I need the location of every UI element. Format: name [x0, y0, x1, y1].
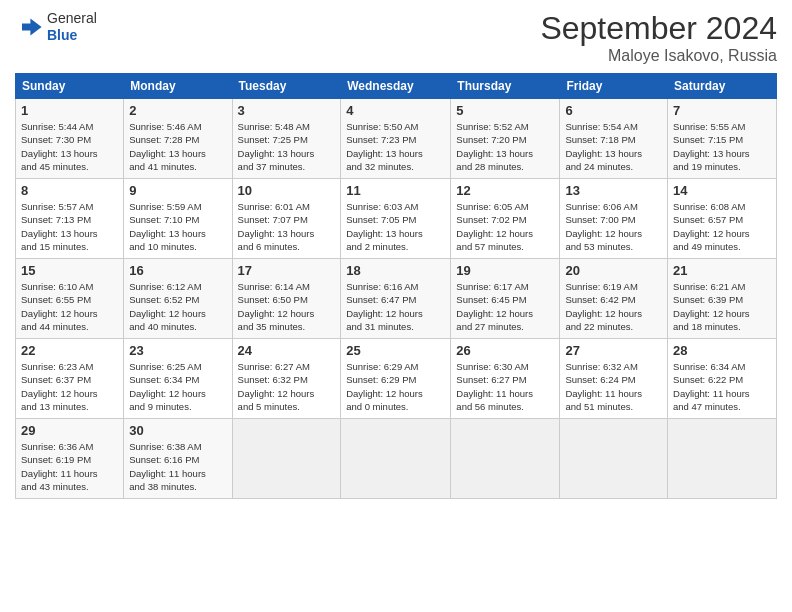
day-number: 2: [129, 103, 226, 118]
calendar-cell: [451, 419, 560, 499]
calendar-cell: 16Sunrise: 6:12 AM Sunset: 6:52 PM Dayli…: [124, 259, 232, 339]
header: General Blue September 2024 Maloye Isako…: [15, 10, 777, 65]
calendar-cell: 7Sunrise: 5:55 AM Sunset: 7:15 PM Daylig…: [668, 99, 777, 179]
day-number: 23: [129, 343, 226, 358]
calendar-cell: [668, 419, 777, 499]
calendar-week-4: 22Sunrise: 6:23 AM Sunset: 6:37 PM Dayli…: [16, 339, 777, 419]
day-number: 13: [565, 183, 662, 198]
logo-text: General Blue: [47, 10, 97, 44]
col-friday: Friday: [560, 74, 668, 99]
day-info: Sunrise: 6:14 AM Sunset: 6:50 PM Dayligh…: [238, 280, 336, 333]
calendar-cell: 25Sunrise: 6:29 AM Sunset: 6:29 PM Dayli…: [341, 339, 451, 419]
day-number: 4: [346, 103, 445, 118]
calendar-cell: 15Sunrise: 6:10 AM Sunset: 6:55 PM Dayli…: [16, 259, 124, 339]
calendar-cell: 10Sunrise: 6:01 AM Sunset: 7:07 PM Dayli…: [232, 179, 341, 259]
header-row: Sunday Monday Tuesday Wednesday Thursday…: [16, 74, 777, 99]
day-number: 8: [21, 183, 118, 198]
day-number: 24: [238, 343, 336, 358]
calendar-cell: 13Sunrise: 6:06 AM Sunset: 7:00 PM Dayli…: [560, 179, 668, 259]
day-info: Sunrise: 5:54 AM Sunset: 7:18 PM Dayligh…: [565, 120, 662, 173]
day-info: Sunrise: 6:38 AM Sunset: 6:16 PM Dayligh…: [129, 440, 226, 493]
day-info: Sunrise: 6:17 AM Sunset: 6:45 PM Dayligh…: [456, 280, 554, 333]
calendar-cell: 8Sunrise: 5:57 AM Sunset: 7:13 PM Daylig…: [16, 179, 124, 259]
location-title: Maloye Isakovo, Russia: [540, 47, 777, 65]
calendar-cell: 11Sunrise: 6:03 AM Sunset: 7:05 PM Dayli…: [341, 179, 451, 259]
day-number: 7: [673, 103, 771, 118]
calendar-cell: 4Sunrise: 5:50 AM Sunset: 7:23 PM Daylig…: [341, 99, 451, 179]
col-thursday: Thursday: [451, 74, 560, 99]
logo-general: General: [47, 10, 97, 26]
logo: General Blue: [15, 10, 97, 44]
calendar-cell: 9Sunrise: 5:59 AM Sunset: 7:10 PM Daylig…: [124, 179, 232, 259]
day-info: Sunrise: 6:08 AM Sunset: 6:57 PM Dayligh…: [673, 200, 771, 253]
day-number: 27: [565, 343, 662, 358]
day-info: Sunrise: 6:19 AM Sunset: 6:42 PM Dayligh…: [565, 280, 662, 333]
day-info: Sunrise: 6:10 AM Sunset: 6:55 PM Dayligh…: [21, 280, 118, 333]
calendar-cell: 2Sunrise: 5:46 AM Sunset: 7:28 PM Daylig…: [124, 99, 232, 179]
calendar-cell: 18Sunrise: 6:16 AM Sunset: 6:47 PM Dayli…: [341, 259, 451, 339]
day-info: Sunrise: 6:12 AM Sunset: 6:52 PM Dayligh…: [129, 280, 226, 333]
day-number: 18: [346, 263, 445, 278]
page-container: General Blue September 2024 Maloye Isako…: [0, 0, 792, 509]
calendar-cell: 23Sunrise: 6:25 AM Sunset: 6:34 PM Dayli…: [124, 339, 232, 419]
day-info: Sunrise: 6:23 AM Sunset: 6:37 PM Dayligh…: [21, 360, 118, 413]
title-section: September 2024 Maloye Isakovo, Russia: [540, 10, 777, 65]
calendar-cell: 6Sunrise: 5:54 AM Sunset: 7:18 PM Daylig…: [560, 99, 668, 179]
day-number: 28: [673, 343, 771, 358]
col-sunday: Sunday: [16, 74, 124, 99]
day-info: Sunrise: 5:59 AM Sunset: 7:10 PM Dayligh…: [129, 200, 226, 253]
day-number: 16: [129, 263, 226, 278]
calendar-cell: 21Sunrise: 6:21 AM Sunset: 6:39 PM Dayli…: [668, 259, 777, 339]
col-saturday: Saturday: [668, 74, 777, 99]
day-number: 10: [238, 183, 336, 198]
month-title: September 2024: [540, 10, 777, 47]
logo-blue: Blue: [47, 27, 77, 43]
day-number: 22: [21, 343, 118, 358]
day-info: Sunrise: 6:21 AM Sunset: 6:39 PM Dayligh…: [673, 280, 771, 333]
day-info: Sunrise: 5:50 AM Sunset: 7:23 PM Dayligh…: [346, 120, 445, 173]
day-number: 11: [346, 183, 445, 198]
day-info: Sunrise: 6:05 AM Sunset: 7:02 PM Dayligh…: [456, 200, 554, 253]
col-tuesday: Tuesday: [232, 74, 341, 99]
day-number: 19: [456, 263, 554, 278]
day-info: Sunrise: 5:52 AM Sunset: 7:20 PM Dayligh…: [456, 120, 554, 173]
col-wednesday: Wednesday: [341, 74, 451, 99]
calendar-cell: [341, 419, 451, 499]
calendar-cell: 29Sunrise: 6:36 AM Sunset: 6:19 PM Dayli…: [16, 419, 124, 499]
day-info: Sunrise: 5:46 AM Sunset: 7:28 PM Dayligh…: [129, 120, 226, 173]
calendar-week-3: 15Sunrise: 6:10 AM Sunset: 6:55 PM Dayli…: [16, 259, 777, 339]
day-number: 1: [21, 103, 118, 118]
day-number: 12: [456, 183, 554, 198]
day-number: 26: [456, 343, 554, 358]
day-info: Sunrise: 5:57 AM Sunset: 7:13 PM Dayligh…: [21, 200, 118, 253]
day-info: Sunrise: 6:25 AM Sunset: 6:34 PM Dayligh…: [129, 360, 226, 413]
day-info: Sunrise: 5:55 AM Sunset: 7:15 PM Dayligh…: [673, 120, 771, 173]
day-number: 25: [346, 343, 445, 358]
calendar-cell: 5Sunrise: 5:52 AM Sunset: 7:20 PM Daylig…: [451, 99, 560, 179]
calendar-week-2: 8Sunrise: 5:57 AM Sunset: 7:13 PM Daylig…: [16, 179, 777, 259]
calendar-cell: 22Sunrise: 6:23 AM Sunset: 6:37 PM Dayli…: [16, 339, 124, 419]
day-info: Sunrise: 6:29 AM Sunset: 6:29 PM Dayligh…: [346, 360, 445, 413]
day-number: 14: [673, 183, 771, 198]
day-number: 17: [238, 263, 336, 278]
day-info: Sunrise: 6:27 AM Sunset: 6:32 PM Dayligh…: [238, 360, 336, 413]
day-info: Sunrise: 6:01 AM Sunset: 7:07 PM Dayligh…: [238, 200, 336, 253]
calendar-cell: 27Sunrise: 6:32 AM Sunset: 6:24 PM Dayli…: [560, 339, 668, 419]
calendar-cell: [560, 419, 668, 499]
day-number: 29: [21, 423, 118, 438]
day-number: 15: [21, 263, 118, 278]
calendar-cell: 20Sunrise: 6:19 AM Sunset: 6:42 PM Dayli…: [560, 259, 668, 339]
day-number: 6: [565, 103, 662, 118]
day-number: 9: [129, 183, 226, 198]
day-number: 5: [456, 103, 554, 118]
day-info: Sunrise: 5:48 AM Sunset: 7:25 PM Dayligh…: [238, 120, 336, 173]
day-info: Sunrise: 6:30 AM Sunset: 6:27 PM Dayligh…: [456, 360, 554, 413]
calendar-cell: 30Sunrise: 6:38 AM Sunset: 6:16 PM Dayli…: [124, 419, 232, 499]
calendar-week-5: 29Sunrise: 6:36 AM Sunset: 6:19 PM Dayli…: [16, 419, 777, 499]
calendar-cell: 26Sunrise: 6:30 AM Sunset: 6:27 PM Dayli…: [451, 339, 560, 419]
calendar-cell: 17Sunrise: 6:14 AM Sunset: 6:50 PM Dayli…: [232, 259, 341, 339]
calendar-cell: 1Sunrise: 5:44 AM Sunset: 7:30 PM Daylig…: [16, 99, 124, 179]
day-info: Sunrise: 5:44 AM Sunset: 7:30 PM Dayligh…: [21, 120, 118, 173]
day-number: 20: [565, 263, 662, 278]
calendar-cell: 12Sunrise: 6:05 AM Sunset: 7:02 PM Dayli…: [451, 179, 560, 259]
